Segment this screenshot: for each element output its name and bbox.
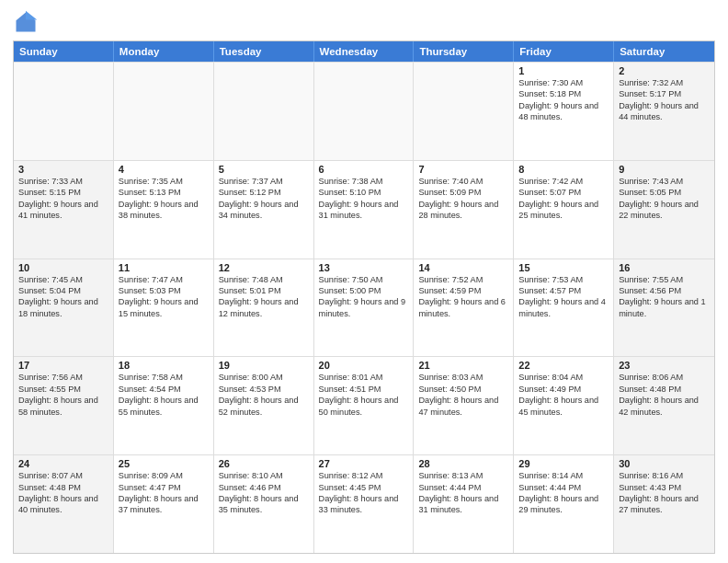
day-info: Sunrise: 8:12 AM Sunset: 4:45 PM Dayligh… (319, 470, 409, 516)
calendar-cell: 30Sunrise: 8:16 AM Sunset: 4:43 PM Dayli… (614, 455, 714, 553)
calendar-cell: 25Sunrise: 8:09 AM Sunset: 4:47 PM Dayli… (114, 455, 214, 553)
calendar-cell: 5Sunrise: 7:37 AM Sunset: 5:12 PM Daylig… (214, 161, 314, 259)
day-info: Sunrise: 8:06 AM Sunset: 4:48 PM Dayligh… (619, 372, 710, 418)
day-number: 20 (319, 360, 409, 371)
day-number: 21 (418, 360, 508, 371)
calendar-cell: 13Sunrise: 7:50 AM Sunset: 5:00 PM Dayli… (314, 259, 415, 357)
header (13, 9, 715, 35)
day-number: 28 (418, 458, 508, 469)
day-info: Sunrise: 8:01 AM Sunset: 4:51 PM Dayligh… (319, 372, 409, 418)
day-number: 25 (119, 458, 209, 469)
day-info: Sunrise: 7:42 AM Sunset: 5:07 PM Dayligh… (518, 176, 609, 222)
day-info: Sunrise: 8:13 AM Sunset: 4:44 PM Dayligh… (418, 470, 508, 516)
day-header-wednesday: Wednesday (314, 41, 415, 62)
day-header-monday: Monday (114, 41, 214, 62)
day-number: 6 (319, 164, 409, 175)
day-info: Sunrise: 8:09 AM Sunset: 4:47 PM Dayligh… (119, 470, 209, 516)
calendar-cell: 19Sunrise: 8:00 AM Sunset: 4:53 PM Dayli… (214, 357, 314, 454)
day-info: Sunrise: 7:58 AM Sunset: 4:54 PM Dayligh… (119, 372, 209, 418)
day-info: Sunrise: 7:43 AM Sunset: 5:05 PM Dayligh… (619, 176, 710, 222)
calendar-row-0: 1Sunrise: 7:30 AM Sunset: 5:18 PM Daylig… (14, 62, 714, 160)
day-info: Sunrise: 8:00 AM Sunset: 4:53 PM Dayligh… (219, 372, 309, 418)
day-number: 19 (219, 360, 309, 371)
calendar-cell: 11Sunrise: 7:47 AM Sunset: 5:03 PM Dayli… (114, 259, 214, 357)
day-number: 14 (418, 262, 508, 273)
day-number: 17 (18, 360, 108, 371)
day-number: 23 (619, 360, 710, 371)
calendar-cell: 7Sunrise: 7:40 AM Sunset: 5:09 PM Daylig… (414, 161, 514, 259)
day-info: Sunrise: 8:10 AM Sunset: 4:46 PM Dayligh… (219, 470, 309, 516)
calendar-cell: 3Sunrise: 7:33 AM Sunset: 5:15 PM Daylig… (14, 161, 114, 259)
page: SundayMondayTuesdayWednesdayThursdayFrid… (0, 0, 728, 563)
calendar-row-2: 10Sunrise: 7:45 AM Sunset: 5:04 PM Dayli… (14, 259, 714, 357)
calendar: SundayMondayTuesdayWednesdayThursdayFrid… (13, 40, 715, 554)
day-number: 12 (219, 262, 309, 273)
calendar-header: SundayMondayTuesdayWednesdayThursdayFrid… (14, 41, 714, 62)
calendar-row-1: 3Sunrise: 7:33 AM Sunset: 5:15 PM Daylig… (14, 160, 714, 259)
calendar-cell: 4Sunrise: 7:35 AM Sunset: 5:13 PM Daylig… (114, 161, 214, 259)
calendar-cell: 6Sunrise: 7:38 AM Sunset: 5:10 PM Daylig… (314, 161, 415, 259)
calendar-cell (414, 63, 514, 160)
calendar-cell: 23Sunrise: 8:06 AM Sunset: 4:48 PM Dayli… (614, 357, 714, 454)
day-info: Sunrise: 7:40 AM Sunset: 5:09 PM Dayligh… (418, 176, 508, 222)
day-number: 2 (619, 65, 710, 76)
calendar-body: 1Sunrise: 7:30 AM Sunset: 5:18 PM Daylig… (14, 62, 714, 553)
day-number: 29 (518, 458, 609, 469)
calendar-cell: 12Sunrise: 7:48 AM Sunset: 5:01 PM Dayli… (214, 259, 314, 357)
day-number: 24 (18, 458, 108, 469)
calendar-cell: 1Sunrise: 7:30 AM Sunset: 5:18 PM Daylig… (514, 63, 614, 160)
day-info: Sunrise: 7:48 AM Sunset: 5:01 PM Dayligh… (219, 274, 309, 320)
calendar-row-3: 17Sunrise: 7:56 AM Sunset: 4:55 PM Dayli… (14, 356, 714, 454)
day-number: 4 (119, 164, 209, 175)
calendar-cell: 15Sunrise: 7:53 AM Sunset: 4:57 PM Dayli… (514, 259, 614, 357)
day-info: Sunrise: 7:35 AM Sunset: 5:13 PM Dayligh… (119, 176, 209, 222)
calendar-cell: 22Sunrise: 8:04 AM Sunset: 4:49 PM Dayli… (514, 357, 614, 454)
day-number: 27 (319, 458, 409, 469)
day-info: Sunrise: 7:33 AM Sunset: 5:15 PM Dayligh… (18, 176, 108, 222)
day-info: Sunrise: 7:50 AM Sunset: 5:00 PM Dayligh… (319, 274, 409, 320)
calendar-cell: 27Sunrise: 8:12 AM Sunset: 4:45 PM Dayli… (314, 455, 415, 553)
calendar-row-4: 24Sunrise: 8:07 AM Sunset: 4:48 PM Dayli… (14, 454, 714, 553)
day-number: 22 (518, 360, 609, 371)
day-number: 18 (119, 360, 209, 371)
day-number: 13 (319, 262, 409, 273)
day-number: 16 (619, 262, 710, 273)
day-info: Sunrise: 8:16 AM Sunset: 4:43 PM Dayligh… (619, 470, 710, 516)
day-number: 1 (518, 65, 609, 76)
svg-marker-1 (26, 11, 37, 20)
day-number: 15 (518, 262, 609, 273)
calendar-cell: 2Sunrise: 7:32 AM Sunset: 5:17 PM Daylig… (614, 63, 714, 160)
calendar-cell: 18Sunrise: 7:58 AM Sunset: 4:54 PM Dayli… (114, 357, 214, 454)
day-info: Sunrise: 8:03 AM Sunset: 4:50 PM Dayligh… (418, 372, 508, 418)
day-number: 8 (518, 164, 609, 175)
day-info: Sunrise: 7:38 AM Sunset: 5:10 PM Dayligh… (319, 176, 409, 222)
day-number: 5 (219, 164, 309, 175)
day-info: Sunrise: 8:14 AM Sunset: 4:44 PM Dayligh… (518, 470, 609, 516)
day-info: Sunrise: 7:37 AM Sunset: 5:12 PM Dayligh… (219, 176, 309, 222)
logo-icon (13, 9, 39, 35)
day-info: Sunrise: 7:45 AM Sunset: 5:04 PM Dayligh… (18, 274, 108, 320)
day-header-tuesday: Tuesday (214, 41, 314, 62)
day-info: Sunrise: 7:32 AM Sunset: 5:17 PM Dayligh… (619, 77, 710, 123)
day-info: Sunrise: 7:30 AM Sunset: 5:18 PM Dayligh… (518, 77, 609, 123)
day-number: 7 (418, 164, 508, 175)
calendar-cell: 21Sunrise: 8:03 AM Sunset: 4:50 PM Dayli… (414, 357, 514, 454)
calendar-cell (214, 63, 314, 160)
day-header-friday: Friday (514, 41, 614, 62)
calendar-cell: 14Sunrise: 7:52 AM Sunset: 4:59 PM Dayli… (414, 259, 514, 357)
calendar-cell (114, 63, 214, 160)
calendar-cell: 8Sunrise: 7:42 AM Sunset: 5:07 PM Daylig… (514, 161, 614, 259)
logo (13, 9, 42, 35)
day-number: 30 (619, 458, 710, 469)
calendar-cell: 20Sunrise: 8:01 AM Sunset: 4:51 PM Dayli… (314, 357, 415, 454)
day-number: 10 (18, 262, 108, 273)
day-info: Sunrise: 7:56 AM Sunset: 4:55 PM Dayligh… (18, 372, 108, 418)
day-number: 26 (219, 458, 309, 469)
day-number: 11 (119, 262, 209, 273)
day-number: 3 (18, 164, 108, 175)
day-info: Sunrise: 7:52 AM Sunset: 4:59 PM Dayligh… (418, 274, 508, 320)
day-info: Sunrise: 7:53 AM Sunset: 4:57 PM Dayligh… (518, 274, 609, 320)
calendar-cell: 16Sunrise: 7:55 AM Sunset: 4:56 PM Dayli… (614, 259, 714, 357)
calendar-cell: 24Sunrise: 8:07 AM Sunset: 4:48 PM Dayli… (14, 455, 114, 553)
calendar-cell (314, 63, 415, 160)
